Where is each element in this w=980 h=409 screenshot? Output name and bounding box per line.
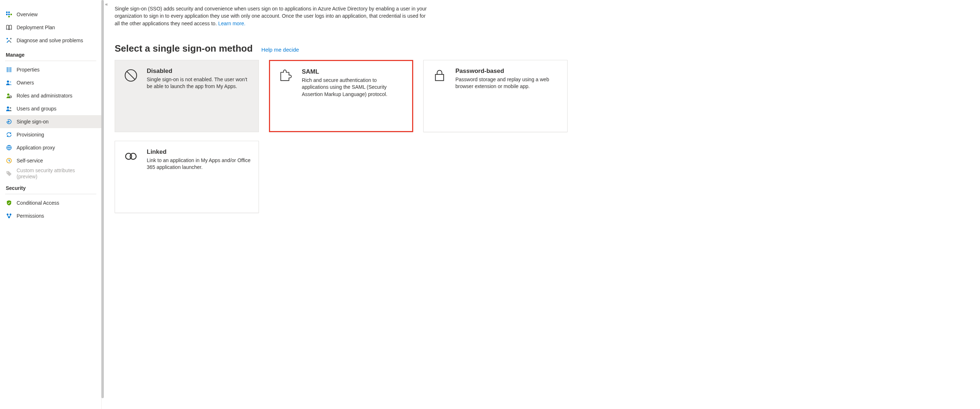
svg-point-17: [10, 107, 11, 109]
card-title: SAML: [302, 68, 404, 75]
nav-label: Single sign-on: [17, 119, 49, 125]
sliders-icon: [6, 66, 12, 73]
admin-icon: [6, 93, 12, 99]
svg-rect-3: [8, 14, 10, 15]
nav-label: Self-service: [17, 158, 43, 164]
puzzle-icon: [278, 68, 294, 84]
book-icon: [6, 24, 12, 31]
svg-line-26: [127, 72, 135, 80]
disabled-icon: [123, 67, 139, 83]
svg-rect-27: [436, 74, 444, 80]
sidebar-scrollbar[interactable]: [101, 0, 104, 398]
lock-icon: [431, 67, 447, 83]
nav-single-sign-on[interactable]: Single sign-on: [0, 115, 101, 128]
nav-label: Permissions: [17, 213, 44, 219]
svg-point-21: [7, 172, 8, 173]
sidebar: « Overview: [0, 0, 102, 409]
svg-point-16: [7, 107, 9, 109]
nav-label: Owners: [17, 80, 34, 86]
nav-permissions[interactable]: Permissions: [0, 209, 101, 222]
svg-point-12: [10, 81, 11, 83]
nav-label: Custom security attributes (preview): [17, 168, 95, 180]
main-content: Single sign-on (SSO) adds security and c…: [102, 0, 693, 409]
nav-label: Users and groups: [17, 106, 57, 112]
nav-label: Provisioning: [17, 132, 44, 138]
svg-rect-10: [10, 67, 11, 72]
card-desc: Rich and secure authentication to applic…: [302, 77, 404, 98]
users-icon: [6, 105, 12, 112]
link-icon: [123, 149, 139, 164]
card-desc: Single sign-on is not enabled. The user …: [147, 76, 251, 90]
nav-label: Properties: [17, 67, 40, 73]
svg-rect-4: [10, 14, 12, 15]
nav-app-proxy[interactable]: Application proxy: [0, 141, 101, 154]
nav-group-manage: Manage: [0, 47, 101, 61]
tools-icon: [6, 37, 12, 44]
svg-point-23: [10, 214, 11, 216]
card-password-based[interactable]: Password-based Password storage and repl…: [423, 60, 568, 132]
svg-point-24: [8, 217, 10, 218]
nav-label: Overview: [17, 11, 38, 18]
card-title: Disabled: [147, 67, 251, 75]
nav-conditional-access[interactable]: Conditional Access: [0, 197, 101, 209]
sidebar-collapse-button[interactable]: «: [105, 2, 108, 7]
card-saml[interactable]: SAML Rich and secure authentication to a…: [269, 60, 413, 132]
divider: [5, 194, 96, 194]
grid-icon: [6, 11, 12, 18]
svg-point-11: [7, 80, 9, 83]
divider: [5, 61, 96, 61]
nav-overview[interactable]: Overview: [0, 8, 101, 21]
svg-point-6: [6, 38, 8, 39]
globe-icon: [6, 144, 12, 151]
shield-check-icon: [6, 200, 12, 206]
svg-point-22: [7, 214, 9, 216]
sso-icon: [6, 118, 12, 125]
svg-rect-8: [7, 67, 8, 72]
svg-rect-0: [6, 11, 8, 13]
nav-properties[interactable]: Properties: [0, 63, 101, 76]
svg-point-7: [10, 38, 11, 39]
card-disabled[interactable]: Disabled Single sign-on is not enabled. …: [115, 60, 259, 132]
svg-rect-1: [8, 11, 10, 13]
nav-deployment-plan[interactable]: Deployment Plan: [0, 21, 101, 34]
nav-owners[interactable]: Owners: [0, 76, 101, 89]
card-desc: Password storage and replay using a web …: [455, 76, 559, 90]
svg-rect-2: [6, 14, 8, 15]
svg-point-15: [10, 96, 11, 97]
nav-provisioning[interactable]: Provisioning: [0, 128, 101, 141]
tag-icon: [6, 170, 12, 177]
svg-point-29: [130, 153, 136, 159]
nav-label: Conditional Access: [17, 200, 59, 206]
svg-rect-5: [8, 16, 10, 18]
nav-label: Application proxy: [17, 145, 55, 151]
section-title: Select a single sign-on method: [115, 43, 253, 54]
nav-group-security: Security: [0, 180, 101, 194]
nav-custom-security-attributes[interactable]: Custom security attributes (preview): [0, 167, 101, 180]
nav-label: Deployment Plan: [17, 24, 55, 31]
nav-label: Roles and administrators: [17, 93, 72, 99]
card-desc: Link to an application in My Apps and/or…: [147, 157, 251, 171]
svg-point-13: [7, 94, 10, 96]
card-linked[interactable]: Linked Link to an application in My Apps…: [115, 141, 259, 213]
card-title: Password-based: [455, 67, 559, 75]
people-icon: [6, 80, 12, 86]
nav-self-service[interactable]: Self-service: [0, 154, 101, 167]
nav-users-groups[interactable]: Users and groups: [0, 102, 101, 115]
help-me-decide-link[interactable]: Help me decide: [261, 46, 299, 53]
sso-method-cards: Disabled Single sign-on is not enabled. …: [115, 60, 683, 213]
card-title: Linked: [147, 149, 251, 156]
nav-diagnose[interactable]: Diagnose and solve problems: [0, 34, 101, 47]
self-service-icon: [6, 157, 12, 164]
intro-text: Single sign-on (SSO) adds security and c…: [115, 5, 428, 27]
intro-body: Single sign-on (SSO) adds security and c…: [115, 6, 426, 26]
svg-rect-9: [9, 67, 10, 72]
sync-icon: [6, 131, 12, 138]
permissions-icon: [6, 212, 12, 219]
nav-label: Diagnose and solve problems: [17, 38, 83, 44]
nav-roles[interactable]: Roles and administrators: [0, 89, 101, 102]
learn-more-link[interactable]: Learn more.: [218, 21, 245, 26]
